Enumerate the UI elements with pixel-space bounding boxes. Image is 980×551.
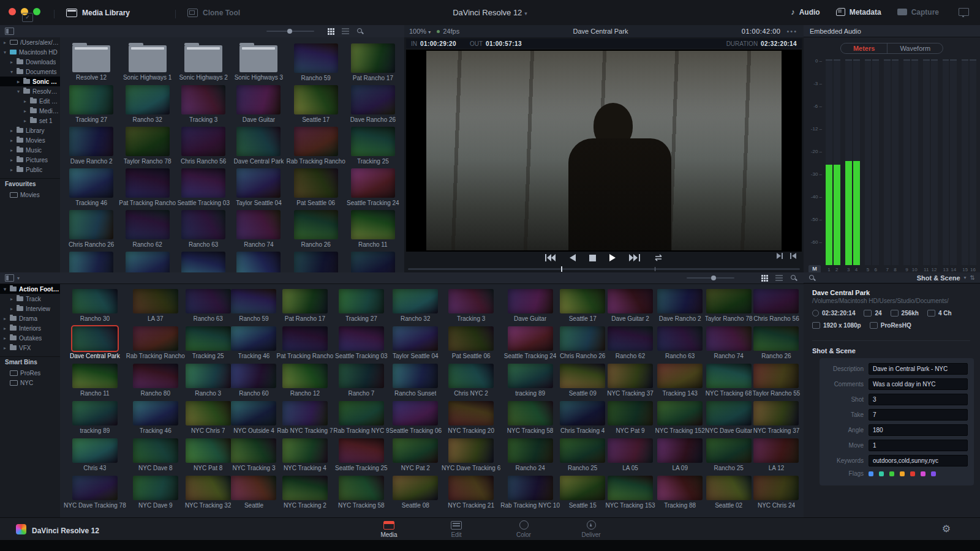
field-input-shot[interactable]: 3: [869, 394, 968, 405]
clip-item-tracking-25[interactable]: Tracking 25: [345, 127, 401, 165]
clip-item-pat-tracking-rancho[interactable]: Pat Tracking Rancho: [276, 326, 333, 359]
close-window-button[interactable]: [9, 8, 16, 15]
clip-item-chris-rancho-26[interactable]: Chris Rancho 26: [64, 210, 119, 248]
chevron-icon[interactable]: ▸: [4, 40, 10, 45]
chevron-down-icon[interactable]: ▾: [17, 276, 20, 281]
tree-item-pictures[interactable]: ▸Pictures: [0, 155, 60, 165]
tree-item-set-1[interactable]: ▸set 1: [0, 116, 60, 126]
clip-item-seattle-17[interactable]: Seattle 17: [287, 85, 345, 123]
folder-item-sonic-highways-3[interactable]: Sonic Highways 3: [231, 43, 286, 81]
clip-item-rancho-60[interactable]: Rancho 60: [231, 364, 276, 397]
audio-button[interactable]: ♪Audio: [791, 7, 820, 17]
clip-item-seattle-tracking-25[interactable]: Seattle Tracking 25: [333, 438, 389, 471]
chevron-icon[interactable]: ▸: [10, 148, 17, 153]
clip-item-seattle-tracking-24[interactable]: Seattle Tracking 24: [345, 168, 401, 206]
chevron-icon[interactable]: ▸: [10, 167, 17, 173]
clip-item-seattle-02[interactable]: Seattle 02: [705, 476, 753, 509]
clip-item-rab-tracking-rancho[interactable]: Rab Tracking Rancho: [126, 326, 185, 359]
clip-item-rab-tracking-nyc-9[interactable]: Rab Tracking NYC 9: [333, 401, 389, 434]
clip-item-part0[interactable]: [64, 252, 119, 272]
clip-item-nyc-pat-8[interactable]: NYC Pat 8: [185, 438, 232, 471]
clip-item-chris-nyc-2[interactable]: Chris NYC 2: [442, 364, 500, 397]
clip-item-rancho-59[interactable]: Rancho 59: [287, 43, 345, 81]
clip-item-rancho-74[interactable]: Rancho 74: [231, 210, 286, 248]
clip-item-la-05[interactable]: LA 05: [605, 438, 655, 471]
flag-swatch-0[interactable]: [869, 471, 873, 476]
skip-to-start-button[interactable]: [545, 254, 556, 261]
clip-item-rancho-59[interactable]: Rancho 59: [231, 289, 276, 322]
chevron-icon[interactable]: ▸: [24, 118, 30, 124]
clip-item-tracking-27[interactable]: Tracking 27: [64, 85, 119, 123]
stop-button[interactable]: [589, 255, 596, 261]
field-input-move[interactable]: 1: [869, 440, 968, 451]
clip-item-chris-rancho-26[interactable]: Chris Rancho 26: [560, 326, 605, 359]
viewer-scrubber[interactable]: [408, 268, 800, 270]
clip-item-tracking-89[interactable]: tracking 89: [500, 364, 560, 397]
next-edit-icon[interactable]: [777, 253, 783, 259]
clip-item-nyc-tracking-21[interactable]: NYC Tracking 21: [442, 476, 500, 509]
zoom-window-button[interactable]: [33, 8, 40, 15]
tree-item-interiors[interactable]: ▸Interiors: [0, 323, 60, 333]
clip-item-rab-tracking-rancho[interactable]: Rab Tracking Rancho: [287, 127, 345, 165]
chevron-icon[interactable]: ▾: [17, 89, 23, 94]
clip-item-rab-tracking-nyc-10[interactable]: Rab Tracking NYC 10: [500, 476, 560, 509]
clip-item-seattle[interactable]: Seattle: [231, 476, 276, 509]
clip-item-chris-rancho-56[interactable]: Chris Rancho 56: [176, 127, 231, 165]
clip-item-nyc-tracking-2[interactable]: NYC Tracking 2: [276, 476, 333, 509]
flag-swatch-3[interactable]: [900, 471, 905, 476]
chevron-icon[interactable]: ▸: [4, 335, 10, 341]
clip-item-rancho-7[interactable]: Rancho 7: [333, 364, 389, 397]
page-tab-edit[interactable]: Edit: [434, 518, 478, 541]
clip-item-seattle-tracking-03[interactable]: Seattle Tracking 03: [176, 168, 231, 206]
skip-to-end-button[interactable]: [629, 254, 640, 261]
monitor-icon[interactable]: [959, 8, 969, 16]
clip-item-rancho-32[interactable]: Rancho 32: [119, 85, 176, 123]
clip-item-part3[interactable]: [231, 252, 286, 272]
grid-view-icon[interactable]: [761, 275, 768, 282]
grid-view-icon[interactable]: [328, 28, 334, 35]
clip-item-rancho-62[interactable]: Rancho 62: [119, 210, 176, 248]
clip-item-nyc-dave-guitar[interactable]: NYC Dave Guitar: [705, 401, 753, 434]
clip-item-nyc-tracking-32[interactable]: NYC Tracking 32: [185, 476, 232, 509]
tree-item-users-alex-docu[interactable]: ▸/Users/alex/Docu...: [0, 37, 60, 47]
flag-swatch-4[interactable]: [910, 471, 915, 476]
capture-button[interactable]: Capture: [897, 8, 939, 17]
clip-item-dave-guitar[interactable]: Dave Guitar: [500, 289, 560, 322]
field-input-angle[interactable]: 180: [869, 424, 968, 436]
clip-item-rancho-63[interactable]: Rancho 63: [185, 289, 232, 322]
clip-item-la-37[interactable]: LA 37: [126, 289, 185, 322]
clip-item-tracking-46[interactable]: Tracking 46: [64, 168, 119, 206]
chevron-icon[interactable]: ▸: [10, 59, 17, 65]
clip-item-nyc-tracking-58[interactable]: NYC Tracking 58: [333, 476, 389, 509]
clip-item-tracking-3[interactable]: Tracking 3: [442, 289, 500, 322]
clip-item-nyc-chris-7[interactable]: NYC Chris 7: [185, 401, 232, 434]
clip-item-taylor-rancho-55[interactable]: Taylor Rancho 55: [753, 364, 801, 397]
clip-item-rancho-24[interactable]: Rancho 24: [500, 438, 560, 471]
playhead[interactable]: [561, 266, 562, 272]
clip-item-dave-rancho-26[interactable]: Dave Rancho 26: [345, 85, 401, 123]
clip-item-tracking-27[interactable]: Tracking 27: [333, 289, 389, 322]
flag-swatch-2[interactable]: [889, 471, 894, 476]
play-button[interactable]: [609, 254, 616, 261]
chevron-icon[interactable]: ▸: [4, 345, 10, 351]
chevron-icon[interactable]: ▸: [24, 108, 30, 114]
clip-item-rancho-25[interactable]: Rancho 25: [560, 438, 605, 471]
clip-item-rancho-11[interactable]: Rancho 11: [345, 210, 401, 248]
folder-item-sonic-highways-1[interactable]: Sonic Highways 1: [119, 43, 176, 81]
chevron-icon[interactable]: ▾: [10, 69, 17, 75]
sort-icon[interactable]: ⇅: [970, 274, 975, 281]
clip-item-dave-guitar-2[interactable]: Dave Guitar 2: [605, 289, 655, 322]
list-view-icon[interactable]: [775, 275, 783, 281]
tree-item-prores[interactable]: ProRes: [0, 368, 60, 378]
search-icon[interactable]: [790, 274, 797, 282]
clip-item-dave-guitar[interactable]: Dave Guitar: [231, 85, 286, 123]
tree-item-macintosh-hd[interactable]: ▾Macintosh HD: [0, 47, 60, 57]
chevron-icon[interactable]: ▾: [4, 287, 10, 292]
page-tab-deliver[interactable]: Deliver: [569, 518, 613, 541]
thumbnail-size-slider[interactable]: [266, 31, 314, 32]
clip-item-nyc-tracking-58[interactable]: NYC Tracking 58: [500, 401, 560, 434]
tab-waveform[interactable]: Waveform: [887, 43, 943, 53]
thumbnail-size-slider[interactable]: [687, 277, 734, 279]
slider-knob[interactable]: [287, 29, 292, 34]
checkbox-icon[interactable]: ✓: [22, 13, 33, 22]
